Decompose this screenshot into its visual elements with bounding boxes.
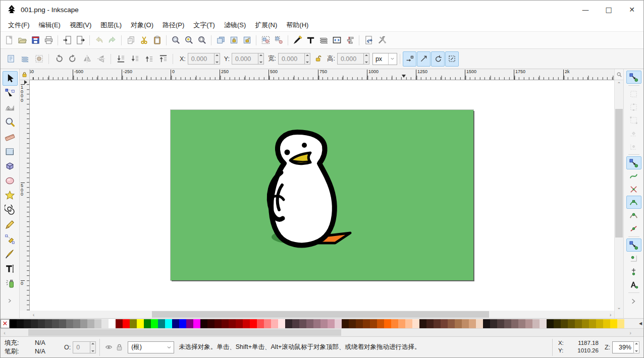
color-swatch-31[interactable] <box>229 319 236 328</box>
fill-value[interactable]: N/A <box>35 339 45 346</box>
toolbox-overflow-button[interactable] <box>3 293 18 308</box>
color-swatch-68[interactable] <box>490 319 497 328</box>
palette-scroll-right-icon[interactable]: › <box>626 329 634 336</box>
menu-item-2[interactable]: 视图(V) <box>65 19 96 31</box>
color-swatch-50[interactable] <box>363 319 370 328</box>
color-swatch-73[interactable] <box>525 319 532 328</box>
lock-ratio-icon[interactable] <box>314 54 322 64</box>
snap-rotation-centers-button[interactable] <box>626 265 641 278</box>
color-swatch-55[interactable] <box>398 319 405 328</box>
color-swatch-44[interactable] <box>320 319 328 328</box>
snap-enable-button[interactable] <box>626 71 641 84</box>
color-swatch-54[interactable] <box>391 319 398 328</box>
text-tool[interactable] <box>3 261 18 276</box>
print-button[interactable] <box>42 34 55 47</box>
color-swatch-49[interactable] <box>356 319 363 328</box>
tweak-tool[interactable] <box>3 100 18 115</box>
color-swatch-21[interactable] <box>158 319 165 328</box>
color-swatch-52[interactable] <box>377 319 384 328</box>
color-swatch-83[interactable] <box>596 319 603 328</box>
snapbar-overflow-button[interactable] <box>626 294 641 308</box>
color-swatch-56[interactable] <box>405 319 412 328</box>
menu-item-9[interactable]: 帮助(H) <box>282 19 313 31</box>
color-swatch-64[interactable] <box>462 319 469 328</box>
measure-tool[interactable] <box>3 130 18 144</box>
new-document-button[interactable] <box>3 34 16 47</box>
color-swatch-25[interactable] <box>186 319 193 328</box>
save-document-button[interactable] <box>29 34 42 47</box>
color-swatch-7[interactable] <box>59 319 66 328</box>
vertical-ruler[interactable]: 10005000 <box>20 80 30 311</box>
affect-rotate-toggle[interactable] <box>431 51 445 67</box>
field-spinner-1[interactable]: 0.000 <box>232 53 264 65</box>
color-swatch-17[interactable] <box>130 319 137 328</box>
duplicate-button[interactable] <box>214 34 227 47</box>
color-swatch-76[interactable] <box>547 319 554 328</box>
selector-tool[interactable] <box>3 71 18 86</box>
preferences-button[interactable] <box>375 34 388 47</box>
color-swatch-42[interactable] <box>306 319 313 328</box>
snap-path-intersections-button[interactable] <box>626 183 641 196</box>
rotate-cw-button[interactable] <box>66 52 80 66</box>
palette-scroll-left-icon[interactable]: ‹ <box>1 329 9 336</box>
stroke-value[interactable]: N/A <box>35 348 45 355</box>
color-swatch-65[interactable] <box>469 319 476 328</box>
color-swatch-62[interactable] <box>448 319 455 328</box>
xml-editor-button[interactable] <box>330 34 343 47</box>
color-swatch-1[interactable] <box>17 319 24 328</box>
color-swatch-27[interactable] <box>200 319 207 328</box>
color-swatch-70[interactable] <box>504 319 511 328</box>
deselect-button[interactable] <box>32 52 46 66</box>
color-swatch-58[interactable] <box>419 319 426 328</box>
color-swatch-29[interactable] <box>214 319 222 328</box>
color-swatch-41[interactable] <box>299 319 306 328</box>
field-spinner-3[interactable]: 0.000 <box>337 53 369 65</box>
color-swatch-69[interactable] <box>497 319 504 328</box>
color-swatch-2[interactable] <box>24 319 31 328</box>
menu-item-1[interactable]: 编辑(E) <box>34 19 65 31</box>
color-swatch-72[interactable] <box>518 319 525 328</box>
color-swatch-11[interactable] <box>87 319 94 328</box>
color-swatch-80[interactable] <box>575 319 582 328</box>
zoom-drawing-button[interactable] <box>182 34 195 47</box>
zoom-spinner[interactable] <box>633 341 639 353</box>
zoom-tool[interactable] <box>3 115 18 130</box>
raise-button[interactable] <box>142 52 156 66</box>
field-spinner-0[interactable]: 0.000 <box>188 53 220 65</box>
menu-item-3[interactable]: 图层(L) <box>96 19 126 31</box>
color-swatch-86[interactable] <box>617 319 624 328</box>
ungroup-button[interactable] <box>272 34 285 47</box>
maximize-button[interactable]: □ <box>597 1 620 19</box>
color-swatch-67[interactable] <box>483 319 490 328</box>
rectangle-tool[interactable] <box>3 144 18 159</box>
color-swatch-24[interactable] <box>179 319 186 328</box>
canvas-viewport[interactable] <box>30 80 614 311</box>
box-3d-tool[interactable] <box>3 159 18 173</box>
color-swatch-48[interactable] <box>349 319 356 328</box>
flip-horizontal-button[interactable] <box>80 52 94 66</box>
select-all-button[interactable] <box>4 52 18 66</box>
select-all-layers-button[interactable] <box>18 52 32 66</box>
color-swatch-59[interactable] <box>426 319 434 328</box>
affect-corners-toggle[interactable] <box>445 51 459 67</box>
affect-move-toggle[interactable] <box>403 51 416 67</box>
spray-tool[interactable] <box>3 276 18 290</box>
color-swatch-34[interactable] <box>250 319 257 328</box>
color-swatch-51[interactable] <box>370 319 377 328</box>
snap-line-midpoints-button[interactable] <box>626 222 641 235</box>
color-swatch-18[interactable] <box>137 319 144 328</box>
color-swatch-75[interactable] <box>540 319 547 328</box>
ruler-lock-icon[interactable] <box>20 69 30 80</box>
redo-button[interactable] <box>105 34 119 47</box>
calligraphy-tool[interactable] <box>3 247 18 261</box>
menu-item-4[interactable]: 对象(O) <box>126 19 158 31</box>
horizontal-scrollbar[interactable]: ‹ › <box>30 311 614 318</box>
pencil-tool[interactable] <box>3 217 18 232</box>
paste-button[interactable] <box>150 34 164 47</box>
color-swatch-82[interactable] <box>589 319 596 328</box>
color-swatch-32[interactable] <box>236 319 243 328</box>
horizontal-ruler[interactable]: -750-500-250025050075010001250150017502k <box>30 69 614 80</box>
color-swatch-3[interactable] <box>31 319 38 328</box>
color-swatch-14[interactable] <box>109 319 116 328</box>
lower-to-bottom-button[interactable] <box>114 52 128 66</box>
